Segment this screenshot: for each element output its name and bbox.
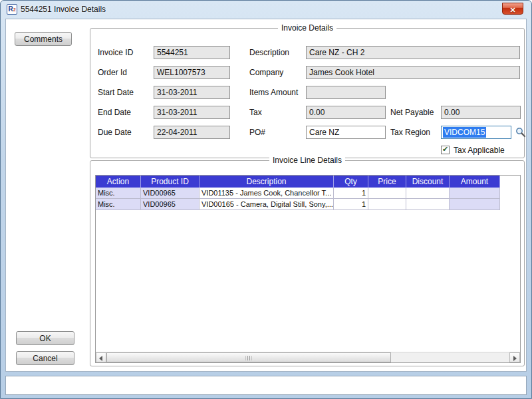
items-amount-label: Items Amount bbox=[249, 88, 298, 97]
close-button[interactable]: ✕ bbox=[502, 3, 523, 15]
net-payable-label: Net Payable bbox=[390, 108, 434, 117]
tax-label: Tax bbox=[249, 108, 262, 117]
description-field: Care NZ - CH 2 bbox=[306, 46, 520, 59]
invoice-line-details-group: Invoice Line Details Action Product ID D… bbox=[90, 160, 525, 366]
start-date-label: Start Date bbox=[98, 88, 134, 97]
cell-amount bbox=[450, 188, 500, 199]
company-label: Company bbox=[249, 68, 283, 77]
tax-region-label: Tax Region bbox=[390, 128, 430, 137]
dialog-body: Comments OK Cancel Invoice Details Invoi… bbox=[5, 19, 527, 372]
ok-button[interactable]: OK bbox=[16, 331, 74, 345]
scrollbar-grip-icon bbox=[246, 356, 252, 360]
tax-region-lookup-button[interactable] bbox=[515, 127, 526, 140]
cell-product-id: VID00965 bbox=[141, 188, 200, 199]
invoice-details-legend: Invoice Details bbox=[278, 23, 336, 33]
description-label: Description bbox=[249, 48, 289, 57]
table-row[interactable]: Misc. VID00965 VID01135 - James Cook, Ch… bbox=[96, 188, 520, 199]
tax-region-selected-text: VIDCOM15 bbox=[443, 127, 486, 138]
cell-qty: 1 bbox=[334, 199, 368, 210]
invoice-details-window: R2 5544251 Invoice Details ✕ Comments OK… bbox=[0, 0, 532, 399]
cell-action: Misc. bbox=[96, 188, 141, 199]
invoice-id-label: Invoice ID bbox=[98, 48, 133, 57]
invoice-line-details-legend: Invoice Line Details bbox=[269, 156, 345, 165]
magnifier-icon bbox=[515, 127, 526, 138]
line-items-table: Action Product ID Description Qty Price … bbox=[95, 175, 521, 363]
cancel-button[interactable]: Cancel bbox=[16, 351, 74, 365]
tax-field: 0.00 bbox=[306, 106, 386, 119]
scroll-left-button[interactable] bbox=[96, 352, 106, 362]
app-icon: R2 bbox=[7, 4, 17, 15]
invoice-details-group: Invoice Details Invoice ID 5544251 Order… bbox=[90, 28, 525, 158]
cell-qty: 1 bbox=[334, 188, 368, 199]
scroll-left-icon bbox=[99, 356, 102, 361]
window-title: 5544251 Invoice Details bbox=[21, 5, 106, 14]
scroll-right-button[interactable] bbox=[509, 352, 520, 362]
close-icon: ✕ bbox=[509, 6, 515, 14]
cell-description: VID01135 - James Cook, Chancellor T... bbox=[200, 188, 334, 199]
cell-discount bbox=[406, 188, 450, 199]
check-icon: ✔ bbox=[442, 146, 449, 153]
titlebar[interactable]: R2 5544251 Invoice Details ✕ bbox=[1, 1, 531, 19]
cell-action: Misc. bbox=[96, 199, 141, 210]
column-header-discount[interactable]: Discount bbox=[406, 176, 450, 188]
due-date-label: Due Date bbox=[98, 128, 132, 137]
scrollbar-thumb[interactable] bbox=[106, 352, 391, 362]
cell-price bbox=[368, 188, 406, 199]
scroll-right-icon bbox=[513, 356, 517, 361]
column-header-qty[interactable]: Qty bbox=[334, 176, 368, 188]
order-id-label: Order Id bbox=[98, 68, 127, 77]
cell-amount bbox=[450, 199, 500, 210]
comments-button[interactable]: Comments bbox=[15, 32, 72, 46]
table-header-row: Action Product ID Description Qty Price … bbox=[96, 176, 520, 188]
cell-discount bbox=[406, 199, 450, 210]
column-header-amount[interactable]: Amount bbox=[450, 176, 500, 188]
company-field: James Cook Hotel bbox=[306, 66, 520, 79]
start-date-field: 31-03-2011 bbox=[154, 86, 230, 99]
tax-region-field[interactable]: VIDCOM15 bbox=[441, 126, 511, 139]
tax-applicable-checkbox[interactable]: ✔ bbox=[441, 146, 450, 154]
po-field[interactable]: Care NZ bbox=[306, 126, 386, 139]
items-amount-field bbox=[306, 86, 386, 99]
order-id-field: WEL1007573 bbox=[154, 66, 230, 79]
due-date-field: 22-04-2011 bbox=[154, 126, 230, 139]
status-bar bbox=[5, 376, 527, 395]
column-header-action[interactable]: Action bbox=[96, 176, 141, 188]
po-label: PO# bbox=[249, 128, 265, 137]
column-header-description[interactable]: Description bbox=[200, 176, 334, 188]
column-header-product-id[interactable]: Product ID bbox=[141, 176, 200, 188]
cell-price bbox=[368, 199, 406, 210]
invoice-id-field: 5544251 bbox=[154, 46, 230, 59]
end-date-label: End Date bbox=[98, 108, 131, 117]
table-row[interactable]: Misc. VID00965 VID00165 - Camera, Digita… bbox=[96, 199, 520, 210]
horizontal-scrollbar[interactable] bbox=[96, 352, 520, 362]
cell-product-id: VID00965 bbox=[141, 199, 200, 210]
net-payable-field: 0.00 bbox=[441, 106, 521, 119]
cell-description: VID00165 - Camera, Digital Still, Sony,.… bbox=[200, 199, 334, 210]
column-header-price[interactable]: Price bbox=[368, 176, 406, 188]
end-date-field: 31-03-2011 bbox=[154, 106, 230, 119]
tax-applicable-label: Tax Applicable bbox=[454, 146, 505, 155]
